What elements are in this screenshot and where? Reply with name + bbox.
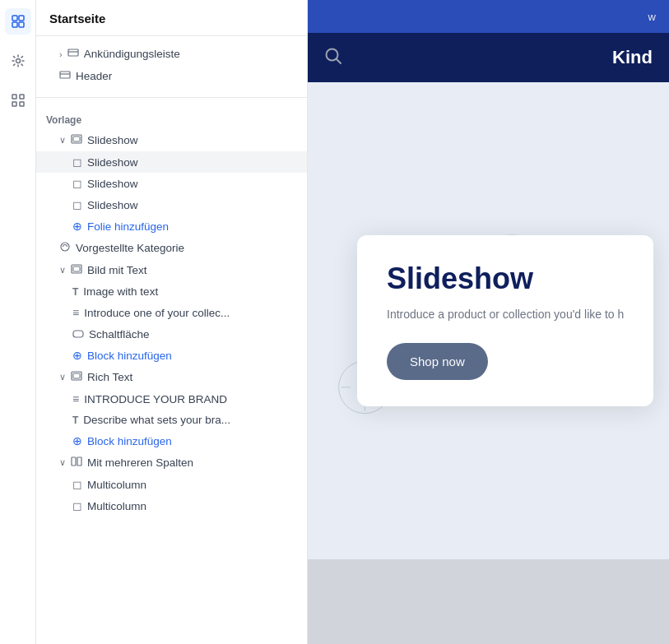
svg-line-24 — [337, 58, 341, 63]
introduce-brand-label: INTRODUCE YOUR BRAND — [84, 393, 297, 405]
settings-icon[interactable] — [5, 48, 31, 74]
svg-point-4 — [16, 59, 20, 63]
add-block-1-icon: ⊕ — [72, 349, 82, 362]
kategorie-icon — [59, 241, 71, 255]
slideshow-card-desc: Introduce a product or collection you'd … — [387, 306, 624, 323]
sidebar-item-slideshow-group[interactable]: ∨ Slideshow — [36, 129, 307, 151]
sidebar-item-describe-brand[interactable]: T Describe what sets your bra... — [36, 410, 307, 430]
svg-rect-21 — [72, 457, 76, 466]
sidebar-item-multicolumn-1[interactable]: ◻ Multicolumn — [36, 474, 307, 495]
store-nav: Kind — [308, 33, 669, 82]
describe-brand-label: Describe what sets your bra... — [83, 414, 297, 426]
sidebar-item-bild-mit-text[interactable]: ∨ Bild mit Text — [36, 259, 307, 281]
text-icon-2: T — [72, 415, 78, 426]
slideshow-1-label: Slideshow — [87, 156, 297, 169]
sidebar-item-image-with-text[interactable]: T Image with text — [36, 281, 307, 302]
svg-rect-11 — [60, 72, 70, 78]
introduce-one-label: Introduce one of your collec... — [84, 307, 297, 319]
svg-rect-3 — [19, 22, 24, 27]
sidebar-item-slideshow-3[interactable]: ◻ Slideshow — [36, 194, 307, 215]
sidebar-item-mit-mehreren[interactable]: ∨ Mit mehreren Spalten — [36, 452, 307, 474]
sidebar-item-vorgestellte-kategorie[interactable]: Vorgestellte Kategorie — [36, 237, 307, 259]
sidebar-item-schaltflache[interactable]: Schaltfläche — [36, 323, 307, 345]
slideshow-2-label: Slideshow — [87, 178, 297, 190]
sidebar-item-multicolumn-2[interactable]: ◻ Multicolumn — [36, 495, 307, 517]
block-hinzufugen-2-button[interactable]: ⊕ Block hinzufügen — [36, 430, 307, 452]
vorlage-text: Vorlage — [46, 114, 297, 126]
add-folie-icon: ⊕ — [72, 220, 82, 233]
block-hinzufugen-1-button[interactable]: ⊕ Block hinzufügen — [36, 345, 307, 366]
search-icon[interactable] — [324, 47, 342, 69]
apps-icon[interactable] — [5, 87, 31, 114]
slideshow-card: Slideshow Introduce a product or collect… — [357, 235, 653, 406]
block-hinzufugen-2-label: Block hinzufügen — [87, 435, 297, 447]
svg-rect-9 — [68, 49, 78, 56]
sidebar-panel: Startseite › Ankündigungsleiste Header — [36, 0, 308, 644]
sections-icon[interactable] — [5, 8, 31, 35]
chevron-right-icon: › — [59, 49, 63, 59]
chevron-down-icon: ∨ — [59, 135, 66, 146]
topbar-text: w — [648, 11, 656, 23]
slide-icon-2: ◻ — [72, 177, 82, 190]
vorgestellte-kategorie-label: Vorgestellte Kategorie — [76, 242, 297, 254]
vorlage-section: Vorlage ∨ Slideshow ◻ Slideshow ◻ Slides… — [36, 101, 307, 523]
sidebar-content: › Ankündigungsleiste Header Vorlage — [36, 36, 307, 644]
slide-icon-3: ◻ — [72, 198, 82, 211]
svg-rect-20 — [73, 373, 80, 378]
svg-rect-2 — [12, 22, 17, 27]
rich-text-icon — [71, 370, 82, 384]
svg-rect-6 — [20, 95, 24, 99]
brand-name: Kind — [612, 47, 653, 68]
svg-rect-17 — [73, 266, 80, 271]
btn-icon — [72, 327, 84, 341]
divider-1 — [36, 97, 307, 98]
sidebar-item-slideshow-1[interactable]: ◻ Slideshow — [36, 151, 307, 173]
folie-hinzufugen-button[interactable]: ⊕ Folie hinzufügen — [36, 215, 307, 237]
svg-rect-14 — [73, 137, 80, 141]
bild-chevron-icon: ∨ — [59, 265, 66, 276]
sidebar-item-introduce-one[interactable]: ≡ Introduce one of your collec... — [36, 302, 307, 323]
slideshow-card-title: Slideshow — [387, 262, 624, 296]
rich-text-label: Rich Text — [87, 371, 297, 383]
bild-mit-text-icon — [71, 263, 82, 277]
preview-area: w Kind — [308, 0, 669, 644]
sidebar-item-slideshow-2[interactable]: ◻ Slideshow — [36, 173, 307, 194]
svg-rect-22 — [77, 457, 81, 466]
multi-icon-2: ◻ — [72, 499, 82, 512]
svg-rect-5 — [12, 95, 16, 99]
ankundigungsleiste-icon — [67, 47, 79, 61]
svg-rect-1 — [19, 16, 24, 21]
sidebar-item-introduce-brand[interactable]: ≡ INTRODUCE YOUR BRAND — [36, 388, 307, 410]
shop-now-button[interactable]: Shop now — [387, 343, 488, 380]
slideshow-area: Slideshow Introduce a product or collect… — [308, 82, 669, 559]
slideshow-group-icon — [71, 133, 82, 147]
rich-text-chevron-icon: ∨ — [59, 372, 66, 382]
slideshow-3-label: Slideshow — [87, 199, 297, 211]
multi-icon-1: ◻ — [72, 478, 82, 491]
schaltflache-label: Schaltfläche — [89, 328, 297, 341]
sidebar-title: Startseite — [36, 0, 307, 36]
spalten-chevron-icon: ∨ — [59, 457, 66, 468]
sidebar-item-header[interactable]: Header — [36, 65, 307, 87]
slideshow-group-label: Slideshow — [87, 134, 297, 146]
list-icon-1: ≡ — [72, 306, 79, 319]
top-section: › Ankündigungsleiste Header — [36, 36, 307, 94]
image-with-text-label: Image with text — [83, 285, 297, 298]
list-icon-2: ≡ — [72, 392, 79, 405]
svg-rect-8 — [20, 102, 24, 106]
multicolumn-1-label: Multicolumn — [87, 479, 297, 491]
ankundigungsleiste-label: Ankündigungsleiste — [84, 48, 297, 60]
add-block-2-icon: ⊕ — [72, 434, 82, 447]
mit-mehreren-label: Mit mehreren Spalten — [87, 456, 297, 469]
icon-rail — [0, 0, 36, 644]
block-hinzufugen-1-label: Block hinzufügen — [87, 350, 297, 362]
text-icon-1: T — [72, 286, 78, 298]
sidebar-item-rich-text[interactable]: ∨ Rich Text — [36, 366, 307, 388]
multicolumn-2-label: Multicolumn — [87, 500, 297, 512]
header-icon — [59, 69, 71, 83]
sidebar-item-ankundigungsleiste[interactable]: › Ankündigungsleiste — [36, 43, 307, 65]
header-label: Header — [76, 70, 297, 82]
vorlage-label: Vorlage — [36, 108, 307, 129]
svg-rect-18 — [73, 331, 83, 337]
store-topbar: w — [308, 0, 669, 33]
